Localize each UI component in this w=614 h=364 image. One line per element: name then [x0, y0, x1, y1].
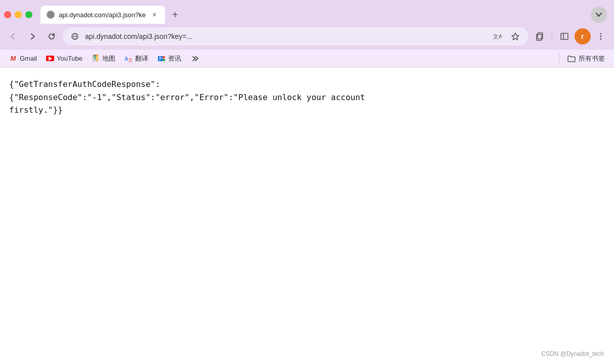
svg-text:文A: 文A	[493, 33, 502, 39]
json-line1: {"GetTransferAuthCodeResponse":	[9, 79, 160, 89]
maps-favicon	[92, 55, 100, 63]
svg-point-14	[600, 38, 602, 40]
all-bookmarks-button[interactable]: 所有书签	[563, 52, 609, 65]
maps-icon	[92, 55, 100, 63]
sidebar-icon	[560, 32, 569, 41]
bookmark-button[interactable]	[508, 29, 522, 43]
tab-favicon	[47, 11, 55, 19]
bookmark-translate[interactable]: A 文 翻译	[120, 52, 152, 65]
tab-close-button[interactable]: ×	[150, 10, 159, 19]
svg-rect-20	[159, 57, 161, 58]
bookmark-maps-label: 地图	[102, 54, 115, 63]
youtube-icon	[46, 56, 54, 61]
svg-point-12	[600, 33, 602, 35]
youtube-play-triangle	[49, 57, 52, 61]
address-input[interactable]	[85, 32, 486, 40]
refresh-icon	[47, 32, 56, 41]
bookmark-youtube-label: YouTube	[57, 55, 83, 62]
bookmark-gmail[interactable]: M Gmail	[5, 53, 41, 65]
address-bar-row: 文A r	[0, 25, 614, 50]
theme-extension-button[interactable]	[556, 28, 572, 44]
profile-button[interactable]: r	[575, 28, 591, 44]
svg-rect-10	[561, 33, 568, 39]
svg-point-13	[600, 36, 602, 37]
more-options-button[interactable]	[593, 28, 609, 44]
active-tab[interactable]: api.dynadot.com/api3.json?ke ×	[40, 6, 165, 24]
folder-icon	[567, 55, 576, 63]
forward-icon	[28, 32, 37, 41]
watermark: CSDN @Dynadot_tech	[541, 349, 604, 359]
svg-text:文: 文	[128, 58, 133, 63]
toolbar-divider	[552, 30, 552, 42]
back-icon	[9, 32, 18, 41]
bookmarks-bar: M Gmail YouTube	[0, 50, 614, 68]
back-button[interactable]	[5, 28, 21, 44]
extensions-area: r	[531, 28, 609, 44]
youtube-favicon	[46, 55, 54, 63]
close-window-button[interactable]	[4, 11, 11, 18]
site-info-icon	[71, 32, 79, 40]
bookmarks-more-button[interactable]	[188, 52, 202, 66]
address-bar[interactable]: 文A	[63, 27, 528, 46]
site-info-button[interactable]	[69, 30, 81, 42]
bookmark-gmail-label: Gmail	[20, 55, 37, 62]
json-response: {"GetTransferAuthCodeResponse": {"Respon…	[9, 78, 605, 117]
maximize-window-button[interactable]	[25, 11, 32, 18]
bookmark-news-label: 资讯	[168, 54, 181, 63]
page-content: {"GetTransferAuthCodeResponse": {"Respon…	[0, 68, 614, 364]
browser-chrome: api.dynadot.com/api3.json?ke × +	[0, 0, 614, 68]
screenshot-extension-button[interactable]	[531, 28, 548, 44]
news-favicon	[157, 55, 166, 63]
refresh-button[interactable]	[44, 28, 60, 44]
translate-icon: 文A	[493, 32, 502, 41]
star-icon	[511, 32, 520, 41]
svg-marker-16	[96, 55, 98, 62]
translate-bm-icon: A 文	[125, 55, 133, 63]
bookmark-translate-label: 翻译	[135, 54, 148, 63]
tab-title: api.dynadot.com/api3.json?ke	[59, 11, 146, 19]
bookmark-news[interactable]: 资讯	[153, 52, 185, 65]
forward-button[interactable]	[24, 28, 40, 44]
new-tab-button[interactable]: +	[167, 7, 183, 23]
window-controls	[4, 11, 32, 18]
svg-rect-22	[159, 60, 160, 60]
svg-marker-15	[93, 55, 96, 61]
all-bookmarks-label: 所有书签	[579, 54, 605, 63]
tab-bar: api.dynadot.com/api3.json?ke × +	[0, 0, 614, 25]
minimize-window-button[interactable]	[15, 11, 22, 18]
bookmark-maps[interactable]: 地图	[88, 52, 119, 65]
gmail-favicon: M	[9, 55, 17, 63]
tab-overflow-button[interactable]	[591, 7, 607, 23]
gmail-icon: M	[11, 55, 16, 62]
more-icon	[596, 32, 605, 41]
json-line3: firstly."}}	[9, 105, 63, 115]
bookmark-youtube[interactable]: YouTube	[42, 53, 87, 65]
chevron-down-icon	[595, 11, 603, 19]
copy-icon	[535, 32, 544, 41]
svg-rect-21	[159, 58, 161, 59]
site-icon	[48, 12, 54, 18]
json-line2: {"ResponseCode":"-1","Status":"error","E…	[9, 93, 365, 102]
bookmarks-divider	[559, 54, 559, 64]
svg-rect-23	[162, 56, 165, 58]
svg-rect-24	[162, 59, 165, 61]
news-icon	[157, 55, 166, 63]
translate-favicon: A 文	[125, 55, 133, 63]
chevron-right-double-icon	[191, 54, 200, 63]
svg-marker-7	[512, 33, 519, 40]
translate-page-button[interactable]: 文A	[490, 29, 504, 43]
